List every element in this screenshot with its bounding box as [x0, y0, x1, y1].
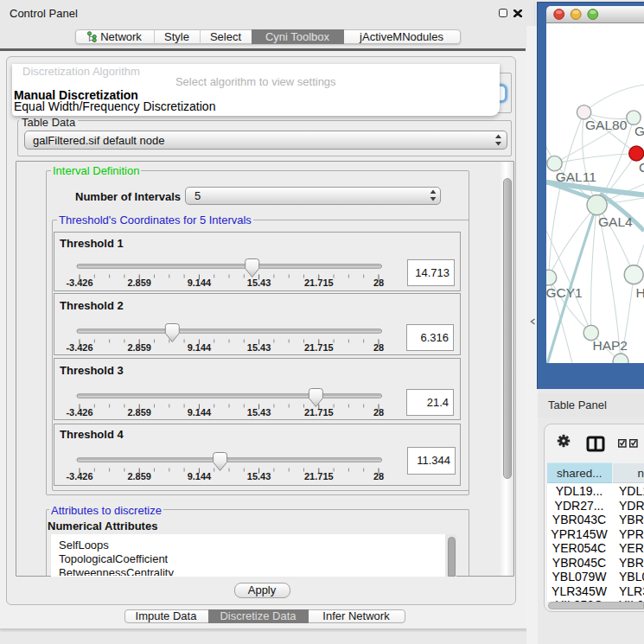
- svg-text:21.715: 21.715: [304, 341, 334, 352]
- svg-text:28: 28: [373, 277, 384, 287]
- svg-text:GAL4: GAL4: [598, 214, 633, 229]
- svg-text:GAL80: GAL80: [585, 118, 628, 132]
- svg-text:2.859: 2.859: [127, 406, 151, 417]
- svg-text:15.43: 15.43: [247, 470, 271, 481]
- svg-text:-3.426: -3.426: [66, 277, 92, 287]
- svg-text:2.859: 2.859: [127, 277, 151, 287]
- svg-text:H: H: [636, 285, 644, 300]
- svg-text:HAP2: HAP2: [593, 338, 628, 353]
- svg-text:2.859: 2.859: [127, 470, 151, 481]
- svg-text:21.715: 21.715: [304, 470, 334, 481]
- svg-text:9.144: 9.144: [188, 406, 212, 417]
- svg-text:-3.426: -3.426: [66, 341, 92, 352]
- svg-text:9.144: 9.144: [188, 341, 212, 352]
- svg-text:GAL11: GAL11: [556, 169, 596, 184]
- svg-text:15.43: 15.43: [247, 341, 271, 352]
- svg-text:GCY1: GCY1: [546, 285, 583, 300]
- svg-text:9.144: 9.144: [188, 277, 212, 287]
- svg-text:-3.426: -3.426: [66, 406, 92, 417]
- svg-text:C: C: [639, 160, 644, 175]
- svg-text:21.715: 21.715: [304, 277, 334, 287]
- svg-text:2.859: 2.859: [127, 341, 151, 352]
- svg-text:9.144: 9.144: [188, 470, 212, 481]
- svg-text:21.715: 21.715: [304, 406, 334, 417]
- svg-text:28: 28: [373, 470, 384, 481]
- svg-text:-3.426: -3.426: [66, 470, 92, 481]
- svg-text:15.43: 15.43: [247, 277, 271, 287]
- svg-text:GA: GA: [634, 124, 644, 138]
- svg-text:28: 28: [373, 406, 384, 417]
- svg-text:15.43: 15.43: [247, 406, 271, 417]
- svg-text:28: 28: [373, 341, 384, 352]
